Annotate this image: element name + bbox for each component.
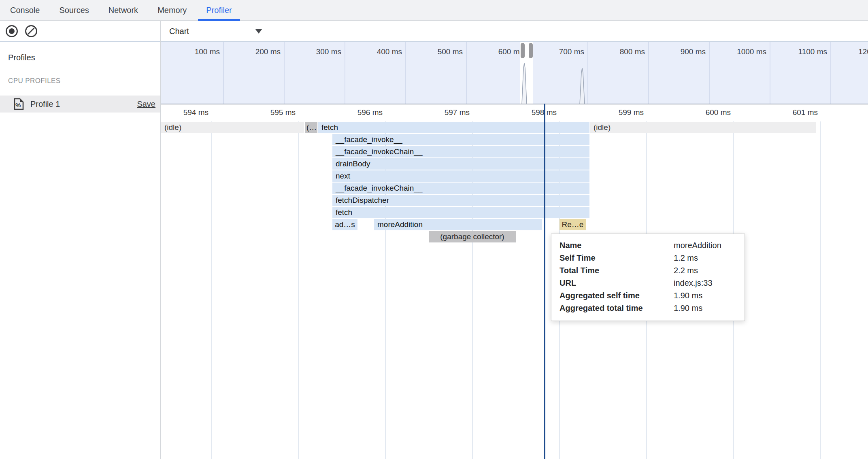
tooltip-label: Total Time	[560, 266, 674, 275]
web-inspector: Console Sources Network Memory Profiler …	[0, 0, 868, 459]
ruler-tick-label: 595 ms	[231, 108, 296, 117]
view-mode-label: Chart	[169, 27, 189, 36]
tab-profiler[interactable]: Profiler	[198, 0, 240, 20]
flame-bar-garbage-collector[interactable]: (garbage collector)	[429, 231, 516, 242]
flame-bar-idle[interactable]: (idle)	[590, 122, 816, 133]
profiler-main-pane: Chart 100 ms 200 ms 300 ms	[161, 21, 868, 459]
ruler-tick-label: 598 ms	[492, 108, 557, 117]
tab-label: Network	[108, 6, 138, 15]
flame-bar-fetch[interactable]: fetch	[318, 122, 589, 133]
svg-text:%: %	[15, 102, 21, 108]
profiles-toolbar	[0, 21, 160, 42]
ruler-tick-label: 600 ms	[666, 108, 731, 117]
flame-bar-fetch[interactable]: fetch	[332, 207, 589, 218]
profiles-heading: Profiles	[8, 53, 160, 62]
flame-bar-fetch-dispatcher[interactable]: fetchDispatcher	[332, 195, 589, 206]
flame-bar-drain-body[interactable]: drainBody	[332, 158, 589, 170]
chevron-down-icon	[255, 29, 262, 34]
timeline-playhead[interactable]	[544, 104, 545, 459]
tooltip-value: 1.90 ms	[674, 291, 736, 300]
tooltip-value: 1.2 ms	[674, 253, 736, 263]
cpu-profiles-section-heading: CPU PROFILES	[8, 77, 160, 85]
record-dot	[9, 28, 15, 34]
timeline-ruler: 594 ms 595 ms 596 ms 597 ms 598 ms 599 m…	[161, 104, 868, 120]
flame-bar-facade-invoke[interactable]: __facade_invoke__	[332, 134, 589, 145]
tooltip-value: 2.2 ms	[674, 266, 736, 275]
profile-name: Profile 1	[30, 100, 137, 109]
ruler-tick-label: 599 ms	[579, 108, 644, 117]
tooltip-value: moreAddition	[674, 240, 736, 250]
tab-label: Profiler	[206, 6, 232, 15]
profile-list-item[interactable]: % Profile 1 Save	[0, 96, 160, 113]
flame-bar-facade-invoke-chain[interactable]: __facade_invokeChain__	[332, 183, 589, 194]
profile-document-icon: %	[13, 98, 24, 110]
tab-console[interactable]: Console	[2, 0, 48, 20]
ruler-tick-label: 601 ms	[753, 108, 818, 117]
tooltip-label: Name	[560, 240, 674, 250]
view-mode-select[interactable]: Chart	[169, 27, 262, 36]
flame-bar-idle[interactable]: (idle)	[161, 122, 304, 133]
selection-left-handle[interactable]	[521, 43, 525, 58]
profiles-sidebar: Profiles CPU PROFILES % Profile 1 Save	[0, 21, 161, 459]
tab-memory[interactable]: Memory	[149, 0, 195, 20]
selection-right-handle[interactable]	[529, 43, 533, 58]
tab-label: Sources	[59, 6, 89, 15]
timeline-overview[interactable]: 100 ms 200 ms 300 ms 400 ms 500 ms 600 m…	[161, 42, 868, 104]
flame-gridline	[211, 121, 212, 459]
flame-bar-more-addition[interactable]: moreAddition	[374, 219, 542, 230]
tab-label: Console	[10, 6, 40, 15]
tab-sources[interactable]: Sources	[51, 0, 97, 20]
record-icon[interactable]	[6, 25, 18, 37]
tooltip-value: 1.90 ms	[674, 303, 736, 313]
flame-bar-truncated[interactable]: (…	[305, 122, 317, 133]
tab-label: Memory	[157, 6, 187, 15]
flame-gridline	[820, 121, 821, 459]
devtools-tab-bar: Console Sources Network Memory Profiler	[0, 0, 868, 21]
tooltip-value: index.js:33	[674, 278, 736, 288]
flame-bar-next[interactable]: next	[332, 170, 589, 182]
tooltip-label: Aggregated self time	[560, 291, 674, 300]
tooltip-label: Aggregated total time	[560, 303, 674, 313]
flame-bar-add-numbers[interactable]: ad…s	[332, 219, 357, 230]
cpu-usage-spikes	[161, 42, 867, 104]
flame-gridline	[298, 121, 299, 459]
frame-details-tooltip: NamemoreAddition Self Time1.2 ms Total T…	[551, 234, 745, 321]
tab-network[interactable]: Network	[100, 0, 146, 20]
ruler-tick-label: 596 ms	[318, 108, 383, 117]
tooltip-label: URL	[560, 278, 674, 288]
tooltip-label: Self Time	[560, 253, 674, 263]
flame-chart: (idle) (… fetch (idle) __facade_invoke__…	[161, 121, 868, 459]
ruler-tick-label: 594 ms	[144, 108, 208, 117]
view-mode-toolbar: Chart	[161, 21, 868, 42]
ruler-tick-label: 597 ms	[405, 108, 470, 117]
flame-bar-report-error[interactable]: Re…e	[560, 219, 586, 230]
flame-bar-facade-invoke-chain[interactable]: __facade_invokeChain__	[332, 146, 589, 157]
clear-profiles-icon[interactable]	[25, 25, 37, 37]
